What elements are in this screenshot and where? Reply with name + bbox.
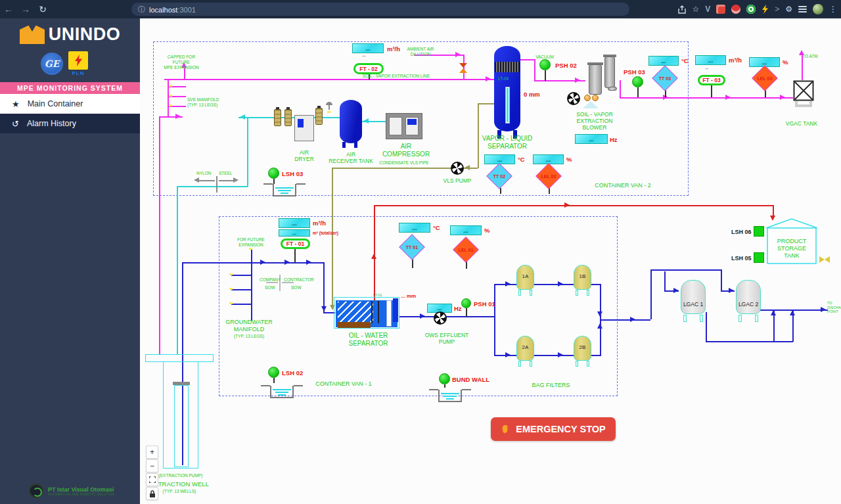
lel03-diamond[interactable]: LEL 03 xyxy=(753,66,777,90)
label-sow: SOW xyxy=(291,285,302,290)
address-bar[interactable]: ⓘ localhost:3001 xyxy=(131,3,629,16)
flow-arrow xyxy=(575,78,580,83)
flow-arrow xyxy=(597,311,602,317)
site-info-icon[interactable]: ⓘ xyxy=(138,5,145,14)
label-blower: SOIL - VAPOR EXTRACTION BLOWER xyxy=(568,111,621,131)
label-ambient: AMBIENT AIR DILUTION xyxy=(398,47,443,57)
zoom-lock-button[interactable] xyxy=(146,487,158,500)
share-icon[interactable] xyxy=(678,5,686,14)
label-contractor: CONTRACTOR xyxy=(284,277,314,283)
psh03-indicator[interactable] xyxy=(632,76,643,87)
dilution-valve-icon[interactable] xyxy=(459,63,467,73)
label-capped: CAPPED FOR FUTURE MPE EXPANSION xyxy=(158,55,204,70)
psh01-indicator[interactable] xyxy=(461,298,471,308)
air-receiver-tank[interactable] xyxy=(340,100,362,143)
extension-icon[interactable] xyxy=(716,5,725,14)
instrument-stem xyxy=(466,308,467,317)
lel02-diamond[interactable]: LEL 02 xyxy=(537,164,560,188)
lsh06-indicator[interactable] xyxy=(754,226,764,237)
vgac-tank-icon[interactable] xyxy=(793,80,814,101)
pipe-segment xyxy=(374,205,773,206)
label-air-dryer: AIR DRYER xyxy=(290,149,319,162)
pipe-segment xyxy=(251,248,252,321)
tag-ft01[interactable]: FT - 01 xyxy=(281,239,310,249)
flow-arrow xyxy=(597,323,602,329)
tt01-diamond[interactable]: TT 01 xyxy=(400,235,424,259)
fit-screen-icon xyxy=(149,476,156,483)
brand-logo: UNINDO xyxy=(0,24,140,45)
vls-pump-icon[interactable] xyxy=(451,162,464,175)
sidebar-item-main-container[interactable]: ★ Main Container xyxy=(0,94,140,114)
air-filter-icon xyxy=(274,109,281,126)
browser-menu-icon[interactable]: ⋮ xyxy=(829,5,837,13)
flow-arrow xyxy=(771,310,776,315)
label-future: FOR FUTURE EXPANSION xyxy=(231,237,271,248)
extension-green-icon[interactable] xyxy=(746,5,756,14)
tag-ft03[interactable]: FT - 03 xyxy=(698,75,725,85)
reload-icon[interactable]: ↻ xyxy=(34,0,51,18)
overflow-chevron-icon[interactable]: > xyxy=(775,5,779,13)
zoom-in-button[interactable]: + xyxy=(146,446,158,459)
tt02-diamond[interactable]: TT 02 xyxy=(488,164,511,188)
lsh05-indicator[interactable] xyxy=(754,252,764,263)
hand-icon xyxy=(501,424,511,434)
flow-arrow xyxy=(175,114,181,119)
bund-wall-indicator[interactable] xyxy=(439,373,450,384)
tt03-diamond[interactable]: TT 03 xyxy=(653,66,677,90)
tick xyxy=(327,111,330,113)
tank-outlet-valve-icon[interactable] xyxy=(819,256,830,263)
ows-plate-pack xyxy=(338,302,373,323)
flow-arrow xyxy=(240,114,245,120)
flow-arrow xyxy=(790,310,795,315)
tick xyxy=(229,273,233,275)
tt03-value: ... xyxy=(648,56,679,66)
instrument-stem xyxy=(466,262,467,269)
lel01-diamond[interactable]: LEL 01 xyxy=(454,238,478,262)
pipe-segment xyxy=(399,316,495,317)
lsh03-indicator[interactable] xyxy=(268,168,279,179)
extensions-puzzle-icon[interactable]: ⚙ xyxy=(785,5,792,13)
air-filter-icon xyxy=(315,108,323,125)
pipe-segment xyxy=(198,180,215,181)
vue-devtools-icon[interactable]: V xyxy=(705,5,710,13)
app-title-banner: MPE MONITORING SYSTEM xyxy=(0,82,140,94)
flow-arrow xyxy=(558,352,563,357)
blower-hz-value: ... xyxy=(575,134,608,144)
bag-filter-2a[interactable]: 2A xyxy=(516,336,534,367)
flow-arrow xyxy=(371,254,376,259)
demister-band xyxy=(495,62,520,72)
vessel-leg xyxy=(342,142,346,148)
bag-filter-1b[interactable]: 1B xyxy=(574,265,591,296)
forward-icon[interactable]: → xyxy=(17,0,34,18)
emergency-stop-button[interactable]: EMERGENCY STOP xyxy=(491,417,616,441)
zoom-out-button[interactable]: − xyxy=(146,459,158,472)
compressor-display xyxy=(407,119,417,125)
bag-filter-2b[interactable]: 2B xyxy=(574,336,591,367)
label-extraction-line: SOIL - VAPOR EXTRACTION LINE xyxy=(350,74,442,79)
psh02-indicator[interactable] xyxy=(539,59,551,70)
lightning-extension-icon[interactable] xyxy=(761,5,769,14)
zoom-fit-button[interactable] xyxy=(146,473,158,486)
lsh02-indicator[interactable] xyxy=(268,367,279,378)
vapor-liquid-separator-vessel[interactable] xyxy=(494,46,520,131)
back-icon[interactable]: ← xyxy=(0,0,17,18)
bag-filter-1a[interactable]: 1A xyxy=(516,265,534,296)
blower-vessel xyxy=(589,64,602,95)
sidebar-item-alarm-history[interactable]: ↺ Alarm History xyxy=(0,114,140,133)
tag-ft02[interactable]: FT - 02 xyxy=(353,63,384,74)
lgac1-vessel[interactable]: LGAC 1 xyxy=(681,280,706,322)
unit-label: Hz xyxy=(454,305,462,312)
pipe-segment xyxy=(620,97,793,99)
pipe-segment xyxy=(600,319,650,321)
compressor-panel xyxy=(389,117,402,135)
unit-label: % xyxy=(566,156,572,163)
tag-lt04: LT-04 xyxy=(498,76,509,81)
process-diagram-canvas[interactable]: ... m³/h ... FT - 02 CAPPED FOR FUTURE M… xyxy=(140,18,841,504)
zoom-toolbar: + − xyxy=(146,446,158,500)
bookmark-star-icon[interactable]: ☆ xyxy=(692,5,699,13)
lgac2-vessel[interactable]: LGAC 2 xyxy=(736,280,761,322)
ows-pump-icon[interactable] xyxy=(434,311,447,325)
profile-avatar[interactable] xyxy=(813,4,823,14)
reading-list-icon[interactable] xyxy=(798,6,807,12)
extension-hand-icon[interactable] xyxy=(731,5,740,14)
